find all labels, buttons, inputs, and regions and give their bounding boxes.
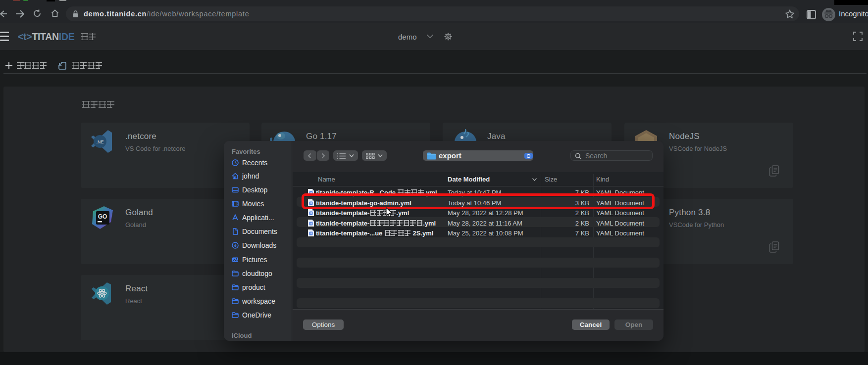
svg-text:GO: GO bbox=[98, 213, 107, 220]
svg-text:.NE: .NE bbox=[96, 139, 103, 144]
